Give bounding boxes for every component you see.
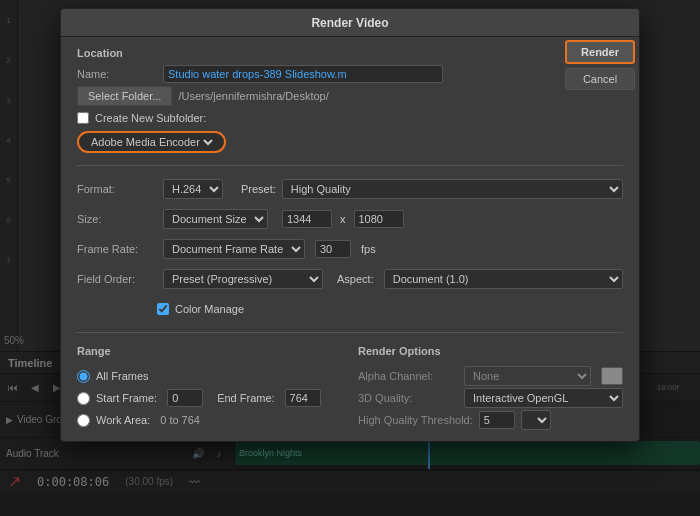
subfolder-label: Create New Subfolder: xyxy=(95,112,206,124)
dialog-title: Render Video xyxy=(61,9,639,37)
aspect-label: Aspect: xyxy=(337,273,374,285)
all-frames-row: All Frames xyxy=(77,365,342,387)
modal-overlay: Render Video Render Cancel Location Name… xyxy=(0,0,700,516)
size-label: Size: xyxy=(77,213,157,225)
work-area-radio[interactable] xyxy=(77,414,90,427)
all-frames-label: All Frames xyxy=(96,370,149,382)
format-select[interactable]: H.264 xyxy=(163,179,223,199)
width-input[interactable] xyxy=(282,210,332,228)
dialog-body: Location Name: Select Folder... /Users/j… xyxy=(61,37,639,441)
preset-label: Preset: xyxy=(241,183,276,195)
frame-rate-row: Frame Rate: Document Frame Rate fps xyxy=(77,238,623,260)
field-order-select[interactable]: Preset (Progressive) xyxy=(163,269,323,289)
end-frame-input[interactable] xyxy=(285,389,321,407)
cancel-button[interactable]: Cancel xyxy=(565,68,635,90)
end-frame-label: End Frame: xyxy=(217,392,274,404)
preset-select[interactable]: High Quality xyxy=(282,179,623,199)
render-button[interactable]: Render xyxy=(565,40,635,64)
hq-threshold-label: High Quality Threshold: xyxy=(358,414,473,426)
start-frame-input[interactable] xyxy=(167,389,203,407)
quality-3d-row: 3D Quality: Interactive OpenGL xyxy=(358,387,623,409)
dialog-actions: Render Cancel xyxy=(565,40,635,90)
size-row: Size: Document Size x xyxy=(77,208,623,230)
alpha-channel-label: Alpha Channel: xyxy=(358,370,458,382)
divider-2 xyxy=(77,332,623,333)
encoder-select[interactable]: Adobe Media Encoder xyxy=(87,135,216,149)
location-section: Location Name: Select Folder... /Users/j… xyxy=(77,47,623,153)
encoder-row: Adobe Media Encoder xyxy=(77,131,623,153)
select-folder-button[interactable]: Select Folder... xyxy=(77,86,172,106)
color-manage-checkbox[interactable] xyxy=(157,303,169,315)
hq-threshold-row: High Quality Threshold: ▼ xyxy=(358,409,623,431)
height-input[interactable] xyxy=(354,210,404,228)
work-area-row: Work Area: 0 to 764 xyxy=(77,409,342,431)
color-manage-label: Color Manage xyxy=(175,303,244,315)
folder-path: /Users/jennifermishra/Desktop/ xyxy=(178,90,623,102)
render-dialog: Render Video Render Cancel Location Name… xyxy=(60,8,640,442)
name-row: Name: xyxy=(77,63,623,85)
quality-3d-label: 3D Quality: xyxy=(358,392,458,404)
quality-3d-select[interactable]: Interactive OpenGL xyxy=(464,388,623,408)
render-options-label: Render Options xyxy=(358,345,623,357)
field-order-row: Field Order: Preset (Progressive) Aspect… xyxy=(77,268,623,290)
folder-row: Select Folder... /Users/jennifermishra/D… xyxy=(77,85,623,107)
range-label: Range xyxy=(77,345,342,357)
two-column-section: Range All Frames Start Frame: End Frame: xyxy=(77,345,623,431)
start-frame-label: Start Frame: xyxy=(96,392,157,404)
work-area-value: 0 to 764 xyxy=(160,414,200,426)
hq-threshold-input[interactable] xyxy=(479,411,515,429)
frame-rate-label: Frame Rate: xyxy=(77,243,157,255)
fps-unit: fps xyxy=(361,243,376,255)
alpha-channel-row: Alpha Channel: None xyxy=(358,365,623,387)
range-section: Range All Frames Start Frame: End Frame: xyxy=(77,345,342,431)
hq-threshold-select[interactable]: ▼ xyxy=(521,410,551,430)
name-input[interactable] xyxy=(163,65,443,83)
encoder-wrapper: Adobe Media Encoder xyxy=(77,131,226,153)
frame-rate-select[interactable]: Document Frame Rate xyxy=(163,239,305,259)
start-frame-row: Start Frame: End Frame: xyxy=(77,387,342,409)
location-label: Location xyxy=(77,47,623,59)
all-frames-radio[interactable] xyxy=(77,370,90,383)
alpha-color-swatch[interactable] xyxy=(601,367,623,385)
format-label: Format: xyxy=(77,183,157,195)
size-select[interactable]: Document Size xyxy=(163,209,268,229)
subfolder-row: Create New Subfolder: xyxy=(77,107,623,129)
aspect-select[interactable]: Document (1.0) xyxy=(384,269,623,289)
start-frame-radio[interactable] xyxy=(77,392,90,405)
fps-input[interactable] xyxy=(315,240,351,258)
name-label: Name: xyxy=(77,68,157,80)
color-manage-row: Color Manage xyxy=(77,298,623,320)
render-options-section: Render Options Alpha Channel: None 3D Qu… xyxy=(358,345,623,431)
size-x-label: x xyxy=(340,213,346,225)
divider-1 xyxy=(77,165,623,166)
alpha-channel-select[interactable]: None xyxy=(464,366,591,386)
work-area-label: Work Area: xyxy=(96,414,150,426)
format-row: Format: H.264 Preset: High Quality xyxy=(77,178,623,200)
subfolder-checkbox[interactable] xyxy=(77,112,89,124)
field-order-label: Field Order: xyxy=(77,273,157,285)
